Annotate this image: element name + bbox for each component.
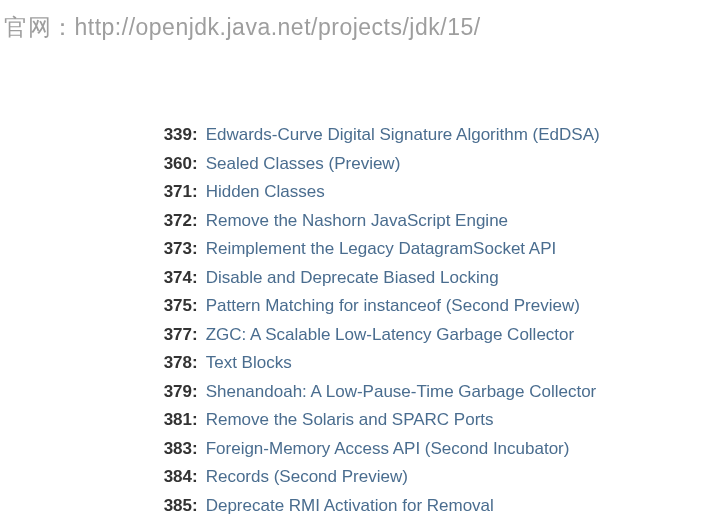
jep-title-link[interactable]: Hidden Classes (206, 178, 325, 207)
jep-colon: : (192, 378, 198, 407)
jep-id: 384 (156, 463, 192, 492)
jep-id: 375 (156, 292, 192, 321)
jep-id: 378 (156, 349, 192, 378)
jep-colon: : (192, 207, 198, 236)
jep-row: 375:Pattern Matching for instanceof (Sec… (156, 292, 728, 321)
jep-title-link[interactable]: Text Blocks (206, 349, 292, 378)
jep-title-link[interactable]: Deprecate RMI Activation for Removal (206, 492, 494, 521)
jep-colon: : (192, 121, 198, 150)
jep-row: 372:Remove the Nashorn JavaScript Engine (156, 207, 728, 236)
header-label: 官网： (4, 14, 75, 40)
jep-colon: : (192, 406, 198, 435)
jep-colon: : (192, 463, 198, 492)
jep-title-link[interactable]: ZGC: A Scalable Low-Latency Garbage Coll… (206, 321, 575, 350)
jep-row: 385:Deprecate RMI Activation for Removal (156, 492, 728, 521)
jep-id: 373 (156, 235, 192, 264)
jep-colon: : (192, 292, 198, 321)
jep-colon: : (192, 492, 198, 521)
jep-title-link[interactable]: Pattern Matching for instanceof (Second … (206, 292, 580, 321)
jep-colon: : (192, 349, 198, 378)
jep-title-link[interactable]: Remove the Nashorn JavaScript Engine (206, 207, 508, 236)
jep-colon: : (192, 264, 198, 293)
jep-row: 371:Hidden Classes (156, 178, 728, 207)
jep-title-link[interactable]: Records (Second Preview) (206, 463, 408, 492)
jep-list: 339:Edwards-Curve Digital Signature Algo… (0, 121, 728, 520)
jep-title-link[interactable]: Sealed Classes (Preview) (206, 150, 401, 179)
jep-row: 381:Remove the Solaris and SPARC Ports (156, 406, 728, 435)
header-url: http://openjdk.java.net/projects/jdk/15/ (75, 14, 481, 40)
jep-id: 377 (156, 321, 192, 350)
jep-colon: : (192, 321, 198, 350)
jep-title-link[interactable]: Reimplement the Legacy DatagramSocket AP… (206, 235, 557, 264)
jep-row: 384:Records (Second Preview) (156, 463, 728, 492)
jep-id: 379 (156, 378, 192, 407)
jep-title-link[interactable]: Foreign-Memory Access API (Second Incuba… (206, 435, 570, 464)
jep-row: 360:Sealed Classes (Preview) (156, 150, 728, 179)
jep-colon: : (192, 150, 198, 179)
jep-colon: : (192, 235, 198, 264)
jep-id: 371 (156, 178, 192, 207)
jep-id: 383 (156, 435, 192, 464)
jep-colon: : (192, 178, 198, 207)
jep-row: 379:Shenandoah: A Low-Pause-Time Garbage… (156, 378, 728, 407)
jep-title-link[interactable]: Disable and Deprecate Biased Locking (206, 264, 499, 293)
jep-row: 373:Reimplement the Legacy DatagramSocke… (156, 235, 728, 264)
jep-row: 377:ZGC: A Scalable Low-Latency Garbage … (156, 321, 728, 350)
jep-id: 339 (156, 121, 192, 150)
jep-row: 339:Edwards-Curve Digital Signature Algo… (156, 121, 728, 150)
jep-title-link[interactable]: Shenandoah: A Low-Pause-Time Garbage Col… (206, 378, 597, 407)
jep-row: 378:Text Blocks (156, 349, 728, 378)
jep-id: 372 (156, 207, 192, 236)
jep-id: 374 (156, 264, 192, 293)
jep-id: 385 (156, 492, 192, 521)
jep-row: 374:Disable and Deprecate Biased Locking (156, 264, 728, 293)
jep-id: 381 (156, 406, 192, 435)
jep-colon: : (192, 435, 198, 464)
jep-id: 360 (156, 150, 192, 179)
jep-row: 383:Foreign-Memory Access API (Second In… (156, 435, 728, 464)
jep-title-link[interactable]: Remove the Solaris and SPARC Ports (206, 406, 494, 435)
header-line: 官网：http://openjdk.java.net/projects/jdk/… (0, 12, 728, 43)
jep-title-link[interactable]: Edwards-Curve Digital Signature Algorith… (206, 121, 600, 150)
